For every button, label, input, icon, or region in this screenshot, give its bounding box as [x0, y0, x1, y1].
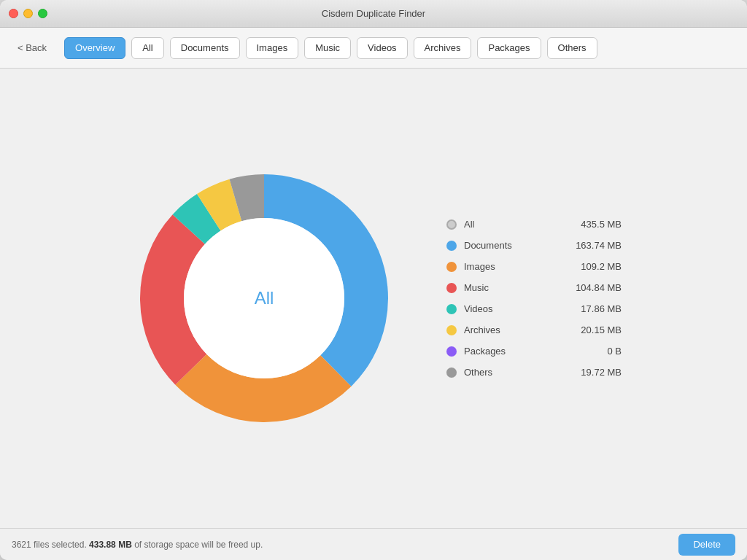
donut-hole — [184, 218, 344, 378]
titlebar: Cisdem Duplicate Finder — [0, 0, 747, 28]
legend-item-others: Others 19.72 MB — [446, 367, 622, 378]
tab-others[interactable]: Others — [547, 37, 597, 59]
legend-dot-images — [446, 262, 457, 272]
legend-label-archives: Archives — [464, 324, 556, 335]
legend-item-packages: Packages 0 B — [446, 346, 622, 357]
legend-item-music: Music 104.84 MB — [446, 282, 622, 293]
delete-button[interactable]: Delete — [678, 534, 735, 556]
tab-documents[interactable]: Documents — [170, 37, 240, 59]
legend-item-all: All 435.5 MB — [446, 219, 622, 230]
traffic-lights — [9, 9, 47, 18]
legend-item-videos: Videos 17.86 MB — [446, 303, 622, 314]
storage-label: of storage space will be freed up. — [134, 540, 263, 550]
toolbar: < Back Overview All Documents Images Mus… — [0, 28, 747, 69]
legend-label-all: All — [464, 219, 556, 230]
statusbar: 3621 files selected. 433.88 MB of storag… — [0, 528, 747, 560]
tab-music[interactable]: Music — [304, 37, 351, 59]
tab-packages[interactable]: Packages — [477, 37, 541, 59]
main-content: All All 435.5 MB Documents 163.74 MB Ima… — [0, 69, 747, 528]
maximize-button[interactable] — [38, 9, 47, 18]
legend-dot-packages — [446, 346, 457, 357]
tab-videos[interactable]: Videos — [357, 37, 408, 59]
legend-dot-all — [446, 219, 457, 230]
legend-item-archives: Archives 20.15 MB — [446, 324, 622, 335]
legend-label-packages: Packages — [464, 346, 556, 357]
legend-label-documents: Documents — [464, 240, 556, 251]
legend-value-others: 19.72 MB — [563, 367, 622, 378]
tab-archives[interactable]: Archives — [414, 37, 472, 59]
storage-size: 433.88 MB — [89, 540, 132, 550]
legend-value-music: 104.84 MB — [563, 282, 622, 293]
legend-value-archives: 20.15 MB — [563, 324, 622, 335]
legend-item-documents: Documents 163.74 MB — [446, 240, 622, 251]
app-window: Cisdem Duplicate Finder < Back Overview … — [0, 0, 747, 560]
statusbar-text: 3621 files selected. 433.88 MB of storag… — [12, 540, 263, 550]
legend: All 435.5 MB Documents 163.74 MB Images … — [446, 219, 622, 378]
files-count: 3621 — [12, 540, 31, 550]
legend-value-videos: 17.86 MB — [563, 303, 622, 314]
tab-overview[interactable]: Overview — [64, 37, 125, 59]
legend-dot-archives — [446, 325, 457, 335]
window-title: Cisdem Duplicate Finder — [322, 8, 425, 19]
legend-value-documents: 163.74 MB — [563, 240, 622, 251]
legend-dot-others — [446, 368, 457, 378]
legend-value-all: 435.5 MB — [563, 219, 622, 230]
back-button[interactable]: < Back — [12, 39, 53, 56]
tab-all[interactable]: All — [131, 37, 163, 59]
close-button[interactable] — [9, 9, 18, 18]
legend-label-videos: Videos — [464, 303, 556, 314]
files-label: files selected. — [34, 540, 87, 550]
legend-label-others: Others — [464, 367, 556, 378]
chart-svg — [125, 160, 403, 437]
minimize-button[interactable] — [23, 9, 33, 18]
donut-chart: All — [125, 160, 403, 437]
legend-label-music: Music — [464, 282, 556, 293]
legend-value-images: 109.2 MB — [563, 261, 622, 272]
legend-label-images: Images — [464, 261, 556, 272]
legend-dot-documents — [446, 241, 457, 251]
legend-dot-videos — [446, 304, 457, 314]
tab-images[interactable]: Images — [246, 37, 299, 59]
legend-value-packages: 0 B — [563, 346, 622, 357]
legend-dot-music — [446, 283, 457, 293]
legend-item-images: Images 109.2 MB — [446, 261, 622, 272]
